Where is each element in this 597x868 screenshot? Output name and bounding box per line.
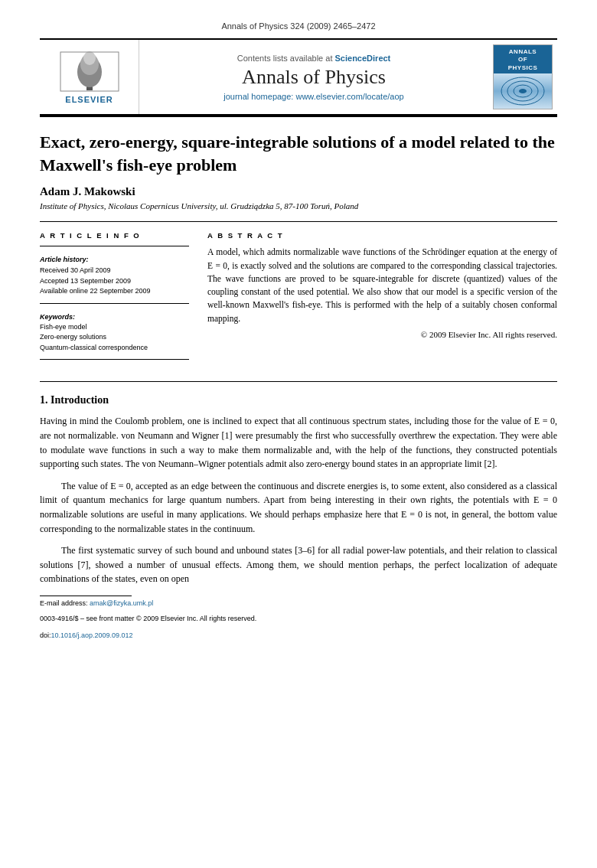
author-divider: [40, 221, 557, 222]
footer-doi-prefix: doi:: [40, 631, 51, 639]
sciencedirect-link[interactable]: ScienceDirect: [335, 54, 391, 63]
abstract-copyright: © 2009 Elsevier Inc. All rights reserved…: [207, 330, 557, 339]
article-info-abstract: A R T I C L E I N F O Article history: R…: [40, 231, 557, 369]
page: Annals of Physics 324 (2009) 2465–2472 E…: [0, 0, 597, 868]
intro-heading: 1. Introduction: [40, 394, 557, 406]
article-info-column: A R T I C L E I N F O Article history: R…: [40, 231, 189, 369]
homepage-url: journal homepage: www.elsevier.com/locat…: [223, 92, 403, 101]
author-name: Adam J. Makowski: [40, 185, 557, 198]
journal-title: Annals of Physics: [242, 66, 386, 89]
journal-header: ELSEVIER Contents lists available at Sci…: [40, 38, 557, 115]
intro-paragraph-3: The first systematic survey of such boun…: [40, 543, 557, 586]
available-date: Available online 22 September 2009: [40, 286, 189, 297]
footer-doi: doi:10.1016/j.aop.2009.09.012: [40, 630, 557, 641]
annals-badge-header: ANNALS OF PHYSICS: [494, 45, 552, 73]
keyword-3: Quantum-classical correspondence: [40, 343, 189, 354]
received-date: Received 30 April 2009: [40, 266, 189, 276]
intro-paragraph-2: The value of E = 0, accepted as an edge …: [40, 479, 557, 536]
history-label: Article history:: [40, 256, 189, 263]
sciencedirect-line: Contents lists available at ScienceDirec…: [237, 54, 391, 63]
keywords-divider: [40, 303, 189, 304]
annals-badge-title3: PHYSICS: [495, 64, 550, 72]
journal-reference: Annals of Physics 324 (2009) 2465–2472: [40, 21, 557, 31]
elsevier-label: ELSEVIER: [65, 95, 113, 104]
keyword-1: Fish-eye model: [40, 322, 189, 333]
annals-badge-title1: ANNALS: [495, 48, 550, 56]
article-info-divider: [40, 246, 189, 246]
annals-badge-svg-icon: [500, 76, 546, 106]
header-divider: [40, 115, 557, 117]
footnote-email: E-mail address: amak@fizyka.umk.pl: [40, 599, 557, 607]
abstract-body: A model, which admits normalizable wave …: [207, 246, 557, 325]
article-title: Exact, zero-energy, square-integrable so…: [40, 131, 557, 176]
svg-point-3: [83, 51, 96, 65]
annals-badge-title2: OF: [495, 56, 550, 64]
annals-badge: ANNALS OF PHYSICS: [493, 44, 553, 109]
keywords-bottom-divider: [40, 359, 189, 360]
footnote-divider: [40, 596, 132, 596]
footnote-email-label: E-mail address:: [40, 599, 88, 607]
footer-issn: 0003-4916/$ – see front matter © 2009 El…: [40, 613, 557, 624]
annals-badge-area: ANNALS OF PHYSICS: [488, 40, 557, 114]
accepted-date: Accepted 13 September 2009: [40, 276, 189, 287]
svg-point-8: [519, 89, 527, 93]
sciencedirect-prefix: Contents lists available at: [237, 54, 333, 63]
elsevier-tree-icon: [59, 51, 120, 93]
abstract-column: A B S T R A C T A model, which admits no…: [207, 231, 557, 369]
intro-divider: [40, 381, 557, 382]
journal-info-center: Contents lists available at ScienceDirec…: [139, 40, 488, 114]
keywords-label: Keywords:: [40, 313, 189, 321]
intro-paragraph-1: Having in mind the Coulomb problem, one …: [40, 414, 557, 471]
annals-badge-image: [494, 73, 552, 109]
keyword-2: Zero-energy solutions: [40, 332, 189, 343]
abstract-label: A B S T R A C T: [207, 231, 557, 240]
homepage-line: journal homepage: www.elsevier.com/locat…: [223, 92, 403, 101]
footer-doi-link[interactable]: 10.1016/j.aop.2009.09.012: [51, 631, 133, 639]
elsevier-logo: ELSEVIER: [59, 51, 120, 104]
author-affiliation: Institute of Physics, Nicolaus Copernicu…: [40, 201, 557, 210]
elsevier-logo-area: ELSEVIER: [40, 40, 139, 114]
footnote-email-address[interactable]: amak@fizyka.umk.pl: [90, 599, 153, 607]
article-info-label: A R T I C L E I N F O: [40, 231, 189, 240]
